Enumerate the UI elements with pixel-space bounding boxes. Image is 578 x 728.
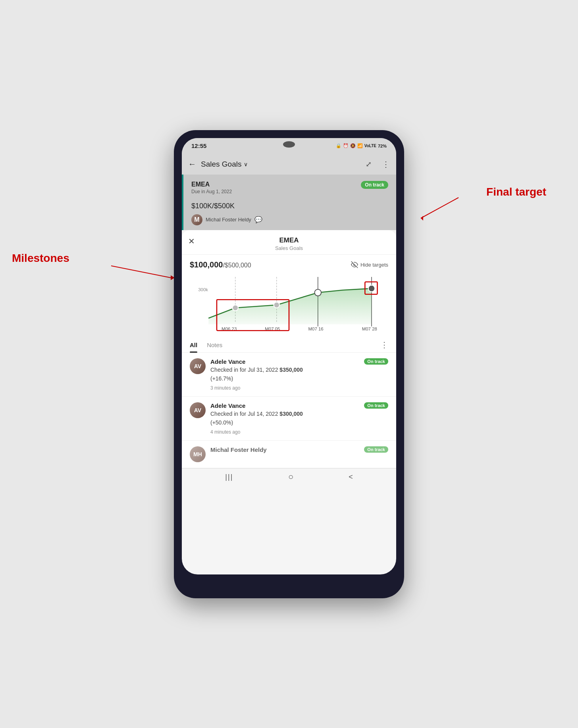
sheet-header: ✕ EMEA Sales Goals	[182, 230, 396, 255]
svg-point-10	[233, 305, 239, 311]
activity-content-2: Adele Vance On track Checked in for Jul …	[210, 402, 388, 435]
nav-lines-icon[interactable]: |||	[225, 473, 233, 481]
more-menu-button[interactable]: ⋮	[382, 159, 390, 169]
activity-change-2: (+50.0%)	[210, 419, 388, 427]
dropdown-icon[interactable]: ∨	[244, 161, 248, 167]
goal-amount: $100,000/$500,000	[190, 260, 251, 269]
sheet-subtitle: Sales Goals	[190, 245, 388, 251]
app-header: ← Sales Goals ∨ ⤢ ⋮	[182, 154, 396, 175]
svg-point-11	[274, 302, 280, 308]
tabs-row: All Notes ⋮	[182, 336, 396, 353]
activity-time-1: 3 minutes ago	[210, 385, 388, 391]
activity-content-1: Adele Vance On track Checked in for Jul …	[210, 358, 388, 391]
status-icons: 🔒 ⏰ 🔕 📶 VoLTE 72%	[336, 143, 387, 148]
expand-button[interactable]: ⤢	[366, 160, 372, 169]
svg-text:300k: 300k	[198, 287, 208, 292]
activity-text-2: Checked in for Jul 14, 2022 $300,000	[210, 410, 388, 418]
activity-text-1: Checked in for Jul 31, 2022 $350,000	[210, 366, 388, 374]
milestones-annotation: Milestones	[12, 252, 69, 265]
bottom-sheet: ✕ EMEA Sales Goals $100,000/$500,000 Hi	[182, 230, 396, 486]
activity-item[interactable]: MH Michal Foster Heldy On track	[182, 441, 396, 468]
avatar-adele-1: AV	[190, 358, 206, 374]
activity-name-3: Michal Foster Heldy	[210, 446, 267, 453]
tab-all[interactable]: All	[190, 338, 197, 352]
hide-targets-button[interactable]: Hide targets	[351, 261, 388, 268]
goal-chart: 300k	[186, 273, 392, 333]
final-target-annotation: Final target	[486, 186, 546, 198]
activity-time-2: 4 minutes ago	[210, 429, 388, 435]
sheet-title: EMEA	[190, 236, 388, 244]
bg-card-user: M Michal Foster Heldy 💬	[191, 214, 388, 225]
bottom-nav: ||| ○ <	[182, 468, 396, 486]
user-avatar-small: M	[191, 214, 202, 225]
phone-frame: 12:55 🔒 ⏰ 🔕 📶 VoLTE 72% ← Sales Goals ∨	[174, 130, 404, 598]
status-badge-1: On track	[364, 358, 388, 365]
bg-card-amount: $100K/$500K	[191, 198, 388, 211]
nav-home-icon[interactable]: ○	[288, 472, 293, 482]
header-title: Sales Goals ∨	[201, 160, 248, 169]
bg-card-title: EMEA	[191, 181, 232, 188]
activity-item[interactable]: AV Adele Vance On track Checked in for J…	[182, 353, 396, 397]
status-time: 12:55	[191, 142, 206, 149]
emea-background-card[interactable]: EMEA Due in Aug 1, 2022 On track $100K/$…	[182, 175, 396, 230]
avatar-adele-2: AV	[190, 402, 206, 418]
avatar-michal: MH	[190, 446, 206, 462]
activity-name-1: Adele Vance	[210, 358, 245, 365]
back-button[interactable]: ←	[188, 159, 196, 169]
svg-point-13	[368, 285, 375, 292]
activity-item[interactable]: AV Adele Vance On track Checked in for J…	[182, 397, 396, 441]
bg-card-date: Due in Aug 1, 2022	[191, 189, 232, 194]
svg-text:M07 16: M07 16	[308, 327, 324, 331]
nav-back-icon[interactable]: <	[349, 473, 353, 481]
chart-container: 300k	[182, 273, 396, 336]
activity-name-2: Adele Vance	[210, 402, 245, 409]
svg-text:M07 28: M07 28	[362, 327, 377, 331]
hide-targets-label: Hide targets	[360, 262, 388, 268]
status-badge-2: On track	[364, 402, 388, 409]
on-track-badge: On track	[361, 181, 388, 189]
activity-change-1: (+16.7%)	[210, 375, 388, 383]
svg-marker-3	[421, 216, 423, 221]
phone-screen: 12:55 🔒 ⏰ 🔕 📶 VoLTE 72% ← Sales Goals ∨	[182, 138, 396, 574]
svg-line-2	[421, 198, 459, 218]
activity-list: AV Adele Vance On track Checked in for J…	[182, 353, 396, 468]
svg-point-12	[314, 289, 321, 296]
activity-content-3: Michal Foster Heldy On track	[210, 446, 388, 453]
message-icon[interactable]: 💬	[254, 216, 262, 223]
tab-notes[interactable]: Notes	[207, 338, 222, 352]
goal-amount-row: $100,000/$500,000 Hide targets	[182, 255, 396, 273]
svg-line-0	[111, 266, 171, 278]
close-button[interactable]: ✕	[188, 236, 195, 246]
status-badge-3: On track	[364, 446, 388, 453]
tabs-more-menu[interactable]: ⋮	[380, 340, 388, 350]
status-bar: 12:55 🔒 ⏰ 🔕 📶 VoLTE 72%	[182, 138, 396, 154]
